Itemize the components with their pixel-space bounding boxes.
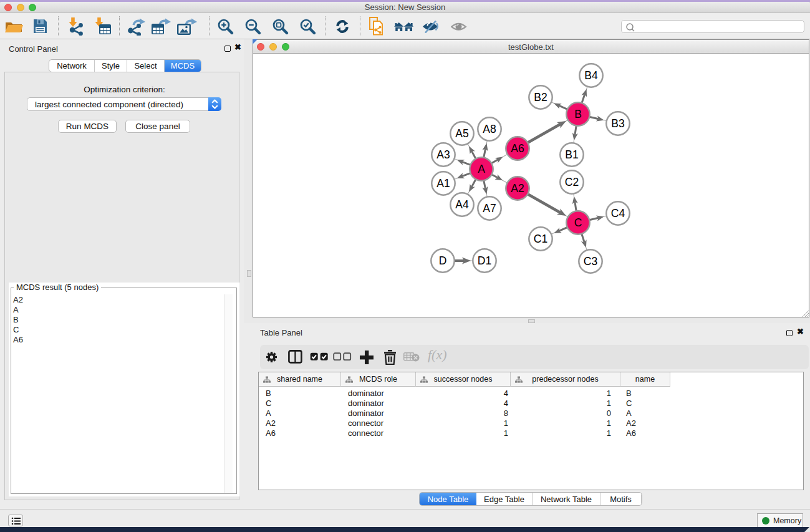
- svg-text:C3: C3: [584, 255, 597, 268]
- svg-text:A7: A7: [483, 202, 496, 215]
- svg-text:B1: B1: [565, 148, 578, 161]
- svg-text:A1: A1: [436, 177, 450, 190]
- svg-text:D1: D1: [478, 254, 491, 267]
- svg-text:A3: A3: [436, 148, 450, 161]
- svg-text:B4: B4: [584, 69, 598, 82]
- svg-text:A5: A5: [455, 127, 468, 140]
- svg-text:B2: B2: [534, 91, 547, 104]
- svg-text:A8: A8: [483, 123, 496, 135]
- svg-text:A2: A2: [511, 182, 524, 195]
- svg-text:A6: A6: [511, 142, 524, 155]
- svg-text:D: D: [439, 254, 447, 267]
- svg-text:A4: A4: [455, 198, 469, 211]
- svg-text:B3: B3: [611, 117, 624, 130]
- svg-text:C2: C2: [565, 176, 579, 188]
- svg-text:C: C: [574, 216, 582, 229]
- svg-text:A: A: [478, 163, 485, 175]
- svg-text:C4: C4: [611, 207, 625, 220]
- svg-text:B: B: [574, 108, 582, 120]
- svg-text:C1: C1: [534, 233, 547, 245]
